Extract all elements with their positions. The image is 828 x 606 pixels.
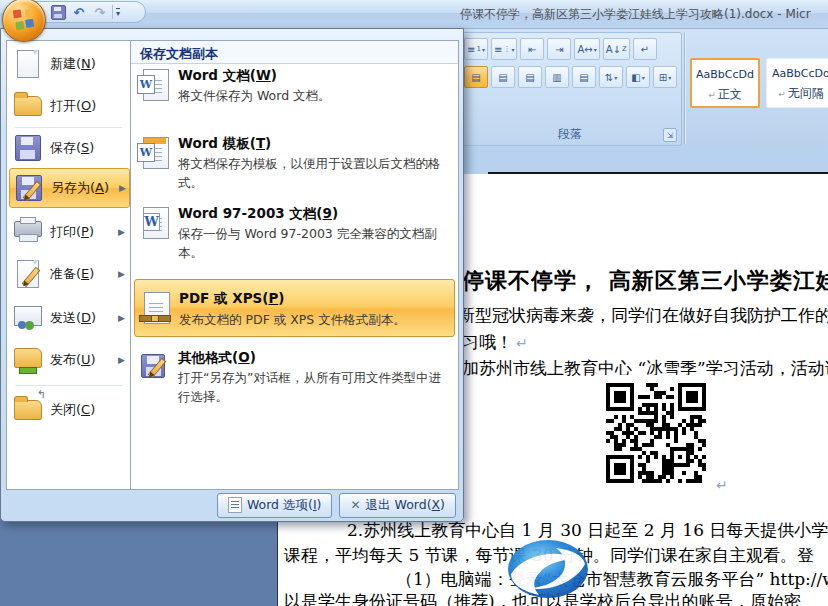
pilcrow-icon: ↵ xyxy=(778,89,786,99)
submenu-header: 保存文档副本 xyxy=(131,41,458,64)
office-button[interactable] xyxy=(2,0,46,42)
customize-qat-button[interactable]: ▾ xyxy=(116,8,120,17)
menu-item-open[interactable]: 打开(O) xyxy=(9,87,128,125)
pilcrow-icon: ↵ xyxy=(708,90,716,100)
close-icon: ✕ xyxy=(350,498,360,512)
submenu-item-pdf-xps[interactable]: PDF 或 XPS(P) 发布文档的 PDF 或 XPS 文件格式副本。 xyxy=(134,279,455,337)
undo-button[interactable]: ↶ xyxy=(70,3,88,21)
open-folder-icon xyxy=(12,90,44,122)
submenu-item-other-formats[interactable]: 其他格式(O) 打开“另存为”对话框，从所有可用文件类型中进行选择。 xyxy=(134,349,455,415)
word-2007-window: ↶ ↷ ▾ 停课不停学，高新区第三小学娄江娃线上学习攻略(1).docx - M… xyxy=(0,0,828,606)
pdf-xps-icon xyxy=(141,292,173,328)
paragraph-group: ≡1▾ ≡⋮▾ ⇤ ⇥ A↔▾ A↓Z ↵ ▤ ▤ ▤ ▥ ▤ ⇅▾ ◧▾ ⊞▾… xyxy=(458,32,682,146)
menu-item-save-as[interactable]: 另存为(A) ▶ xyxy=(9,168,130,208)
numbering-button[interactable]: ≡1▾ xyxy=(464,38,488,60)
menu-separator xyxy=(15,385,122,386)
exit-word-button[interactable]: ✕ 退出 Word(X) xyxy=(339,493,456,518)
menu-item-print[interactable]: 打印(P) ▶ xyxy=(9,213,128,251)
borders-button[interactable]: ⊞▾ xyxy=(653,66,677,88)
prepare-icon xyxy=(12,258,44,290)
style-no-spacing[interactable]: AaBbCcDd ↵无间隔 xyxy=(766,58,828,108)
save-as-icon xyxy=(13,172,45,204)
save-floppy-icon xyxy=(12,132,44,164)
style-normal[interactable]: AaBbCcDd ↵正文 xyxy=(690,58,760,108)
title-bar: ↶ ↷ ▾ 停课不停学，高新区第三小学娄江娃线上学习攻略(1).docx - M… xyxy=(0,0,828,29)
submenu-arrow-icon: ▶ xyxy=(119,183,126,193)
qr-code-image xyxy=(598,375,714,491)
printer-icon xyxy=(12,216,44,248)
doc-line: （1）电脑端：登录“太仓市智慧教育云服务平台” http://www. xyxy=(396,568,828,591)
paragraph-mark: ↵ xyxy=(516,335,528,351)
other-formats-icon xyxy=(140,351,172,387)
office-menu: 新建(N) 打开(O) 保存(S) 另存为(A) ▶ 打印(P) ▶ xyxy=(0,28,464,522)
show-marks-button[interactable]: ↵ xyxy=(633,38,657,60)
office-logo-icon xyxy=(13,8,36,31)
word-document-icon: W xyxy=(140,69,172,105)
submenu-item-word-template[interactable]: W Word 模板(T) 将文档保存为模板，以便用于设置以后文档的格式。 xyxy=(134,135,455,201)
toolbar-separator xyxy=(112,5,113,19)
paragraph-group-label: 段落 xyxy=(459,126,681,143)
office-menu-left-pane: 新建(N) 打开(O) 保存(S) 另存为(A) ▶ 打印(P) ▶ xyxy=(6,40,131,490)
redo-button[interactable]: ↷ xyxy=(91,3,109,21)
menu-item-prepare[interactable]: 准备(E) ▶ xyxy=(9,255,128,293)
submenu-arrow-icon: ▶ xyxy=(118,227,125,237)
submenu-arrow-icon: ▶ xyxy=(118,355,125,365)
multilevel-list-button[interactable]: ≡⋮▾ xyxy=(491,38,517,60)
save-button[interactable] xyxy=(49,3,67,21)
menu-item-send[interactable]: 发送(D) ▶ xyxy=(9,299,128,337)
submenu-arrow-icon: ▶ xyxy=(118,269,125,279)
doc-line: 新型冠状病毒来袭，同学们在做好自我防护工作的同时，可以 xyxy=(458,304,828,327)
distribute-button[interactable]: ▤ xyxy=(572,66,596,88)
word-97-2003-icon: W xyxy=(140,207,172,243)
office-menu-footer: Word 选项(I) ✕ 退出 Word(X) xyxy=(6,492,459,518)
options-icon xyxy=(228,497,242,513)
align-left-button[interactable]: ▤ xyxy=(464,66,488,88)
word-template-icon: W xyxy=(140,137,172,173)
new-document-icon xyxy=(12,48,44,80)
shading-button[interactable]: ◧▾ xyxy=(626,66,650,88)
group-separator xyxy=(684,32,685,144)
submenu-item-word-97-2003[interactable]: W Word 97-2003 文档(9) 保存一份与 Word 97-2003 … xyxy=(134,205,455,271)
submenu-arrow-icon: ▶ xyxy=(118,313,125,323)
menu-item-publish[interactable]: 发布(U) ▶ xyxy=(9,341,128,379)
watermark-logo xyxy=(506,538,590,600)
save-icon xyxy=(51,5,66,20)
window-title: 停课不停学，高新区第三小学娄江娃线上学习攻略(1).docx - Micr xyxy=(460,6,811,23)
doc-heading: 停课不停学， 高新区第三小学娄江娃线上学 xyxy=(462,266,828,296)
menu-item-new[interactable]: 新建(N) xyxy=(9,45,128,83)
word-options-button[interactable]: Word 选项(I) xyxy=(217,493,333,518)
sort-button[interactable]: A↓Z xyxy=(603,38,630,60)
menu-item-save[interactable]: 保存(S) xyxy=(9,129,128,167)
menu-item-close[interactable]: ↰ 关闭(C) xyxy=(9,391,128,429)
doc-line: 习哦！↵ xyxy=(462,331,528,354)
decrease-indent-button[interactable]: ⇤ xyxy=(520,38,544,60)
send-icon xyxy=(12,302,44,334)
menu-separator xyxy=(15,127,122,128)
quick-access-toolbar: ↶ ↷ ▾ xyxy=(34,1,146,23)
align-center-button[interactable]: ▤ xyxy=(491,66,515,88)
paragraph-mark: ↵ xyxy=(716,477,728,493)
close-document-icon: ↰ xyxy=(12,394,44,426)
publish-icon xyxy=(12,344,44,376)
asian-layout-button[interactable]: A↔▾ xyxy=(574,38,599,60)
page-top-border xyxy=(488,172,828,174)
paragraph-dialog-launcher[interactable]: ⇲ xyxy=(663,128,677,142)
save-as-submenu: 保存文档副本 W Word 文档(W) 将文件保存为 Word 文档。 W Wo… xyxy=(130,40,459,490)
align-right-button[interactable]: ▤ xyxy=(518,66,542,88)
line-spacing-button[interactable]: ⇅▾ xyxy=(599,66,623,88)
increase-indent-button[interactable]: ⇥ xyxy=(547,38,571,60)
justify-button[interactable]: ▥ xyxy=(545,66,569,88)
submenu-item-word-document[interactable]: W Word 文档(W) 将文件保存为 Word 文档。 xyxy=(134,67,455,129)
